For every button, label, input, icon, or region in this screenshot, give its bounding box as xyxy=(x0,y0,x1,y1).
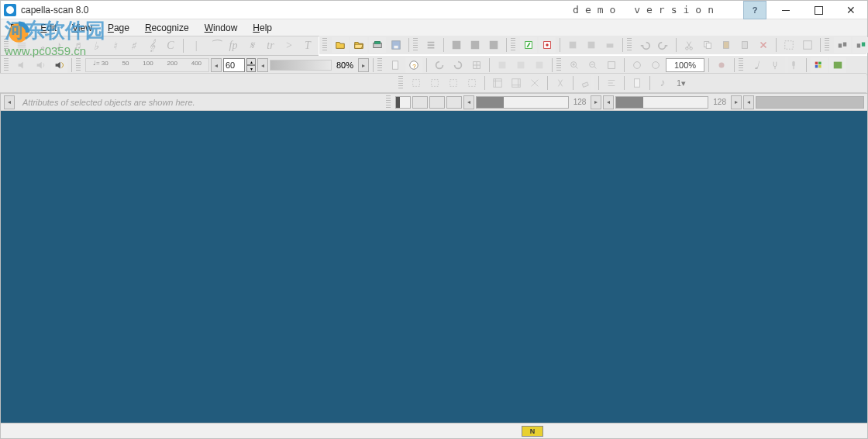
doc-icon[interactable] xyxy=(629,75,646,91)
sound-on-icon[interactable] xyxy=(50,57,67,73)
clipboard-icon[interactable] xyxy=(736,37,753,53)
region-1-icon[interactable] xyxy=(408,75,425,91)
region-4-icon[interactable] xyxy=(463,75,480,91)
palette-1-icon[interactable] xyxy=(811,57,828,73)
find-next-icon[interactable] xyxy=(852,37,868,53)
open-icon[interactable] xyxy=(332,37,349,53)
scan-icon[interactable] xyxy=(369,37,386,53)
accent-icon[interactable]: > xyxy=(281,38,298,54)
disk-2-icon[interactable] xyxy=(467,37,484,53)
segno-icon[interactable]: 𝄋 xyxy=(243,38,260,54)
deselect-icon[interactable] xyxy=(799,37,816,53)
export-xml-icon[interactable] xyxy=(583,37,600,53)
minimize-button[interactable] xyxy=(770,1,802,19)
treble-clef-icon[interactable]: 𝄞 xyxy=(143,38,160,54)
zoom-reset-icon[interactable] xyxy=(647,57,664,73)
redo-icon[interactable] xyxy=(655,37,672,53)
volume-slider[interactable] xyxy=(270,60,332,71)
menu-file[interactable]: File xyxy=(4,21,31,35)
vol-right-icon[interactable]: ▸ xyxy=(358,58,369,72)
print-icon[interactable] xyxy=(601,37,618,53)
layout-3-icon[interactable] xyxy=(531,57,548,73)
crop-3-icon[interactable] xyxy=(526,75,543,91)
tempo-spinner[interactable]: ▴▾ xyxy=(246,58,256,72)
zoom-input[interactable]: 100% xyxy=(666,58,704,72)
cut-region-icon[interactable] xyxy=(552,75,569,91)
layout-1-icon[interactable] xyxy=(494,57,511,73)
staff-icon[interactable] xyxy=(13,38,30,54)
thresh-c-left-icon[interactable]: ◂ xyxy=(743,95,754,109)
note-eighth-2-icon[interactable]: ♪ xyxy=(654,75,671,91)
tempo-ruler[interactable]: ♩= 3050100200400 xyxy=(85,58,209,72)
thresh-a-left-icon[interactable]: ◂ xyxy=(463,95,474,109)
find-icon[interactable] xyxy=(834,37,851,53)
sound-icon[interactable] xyxy=(32,57,49,73)
page-icon[interactable] xyxy=(387,57,404,73)
dynamic-fp-icon[interactable]: fp xyxy=(225,38,242,54)
region-3-icon[interactable] xyxy=(445,75,462,91)
maximize-button[interactable] xyxy=(802,1,835,19)
tempo-prev-icon[interactable]: ◂ xyxy=(211,58,222,72)
eraser-icon[interactable] xyxy=(577,75,594,91)
zoom-region-icon[interactable] xyxy=(629,57,646,73)
palette-2-icon[interactable] xyxy=(829,57,846,73)
copy-icon[interactable] xyxy=(699,37,716,53)
cut-icon[interactable] xyxy=(680,37,698,53)
thresh-b-left-icon[interactable]: ◂ xyxy=(603,95,614,109)
note-tool-icon[interactable]: ♩ xyxy=(748,57,765,73)
note-eighth-icon[interactable]: ♪ xyxy=(50,38,67,54)
thresh-b-right-icon[interactable]: ▸ xyxy=(731,95,742,109)
view-mode-2-icon[interactable] xyxy=(412,96,428,109)
menu-edit[interactable]: Edit xyxy=(34,21,63,35)
tuning-fork-icon[interactable] xyxy=(766,57,784,73)
sharp-icon[interactable]: ♯ xyxy=(125,38,142,54)
barline-icon[interactable]: | xyxy=(188,38,205,54)
disk-1-icon[interactable] xyxy=(448,37,465,53)
help-tool-icon[interactable]: ? xyxy=(405,57,422,73)
pitch-dropdown[interactable]: 1▾ xyxy=(673,75,690,91)
recognize-icon[interactable] xyxy=(520,37,537,53)
note-sixteenth-icon[interactable]: ♬ xyxy=(69,38,86,54)
zoom-out-icon[interactable] xyxy=(584,57,601,73)
microphone-icon[interactable] xyxy=(785,57,802,73)
disk-3-icon[interactable] xyxy=(485,37,502,53)
record-icon[interactable] xyxy=(713,57,730,73)
region-2-icon[interactable] xyxy=(426,75,443,91)
select-all-icon[interactable] xyxy=(780,37,797,53)
natural-icon[interactable]: ♮ xyxy=(106,38,123,54)
menu-help[interactable]: Help xyxy=(246,21,278,35)
export-capella-icon[interactable] xyxy=(539,37,556,53)
export-midi-icon[interactable] xyxy=(564,37,581,53)
close-button[interactable]: ✕ xyxy=(835,1,867,19)
zoom-in-icon[interactable] xyxy=(566,57,583,73)
common-time-icon[interactable]: C xyxy=(162,38,179,54)
threshold-b-slider[interactable] xyxy=(615,96,708,109)
threshold-c-slider[interactable] xyxy=(756,96,864,109)
trill-icon[interactable]: tr xyxy=(262,38,279,54)
thresh-a-right-icon[interactable]: ▸ xyxy=(591,95,601,109)
paste-icon[interactable] xyxy=(718,37,735,53)
slur-icon[interactable]: ⁀ xyxy=(206,38,223,54)
note-whole-icon[interactable]: 𝅝 xyxy=(32,38,49,54)
layout-2-icon[interactable] xyxy=(512,57,529,73)
mute-icon[interactable] xyxy=(13,57,30,73)
zoom-fit-icon[interactable] xyxy=(603,57,620,73)
workspace[interactable] xyxy=(1,111,867,423)
view-mode-4-icon[interactable] xyxy=(446,96,462,109)
menu-window[interactable]: Window xyxy=(198,21,244,35)
crop-1-icon[interactable] xyxy=(489,75,506,91)
crop-2-icon[interactable] xyxy=(508,75,525,91)
align-icon[interactable] xyxy=(603,75,620,91)
flat-icon[interactable]: ♭ xyxy=(88,38,105,54)
view-mode-3-icon[interactable] xyxy=(429,96,445,109)
undo-icon[interactable] xyxy=(636,37,653,53)
menu-page[interactable]: Page xyxy=(102,21,136,35)
save-icon[interactable] xyxy=(388,37,405,53)
text-marker-icon[interactable]: T xyxy=(299,38,316,54)
attr-scroll-left-icon[interactable]: ◂ xyxy=(4,95,15,109)
open-folder-icon[interactable] xyxy=(350,37,367,53)
tempo-input[interactable]: 60 xyxy=(223,58,245,72)
vol-left-icon[interactable]: ◂ xyxy=(257,58,268,72)
menu-recognize[interactable]: Recognize xyxy=(139,21,195,35)
delete-icon[interactable] xyxy=(755,37,772,53)
